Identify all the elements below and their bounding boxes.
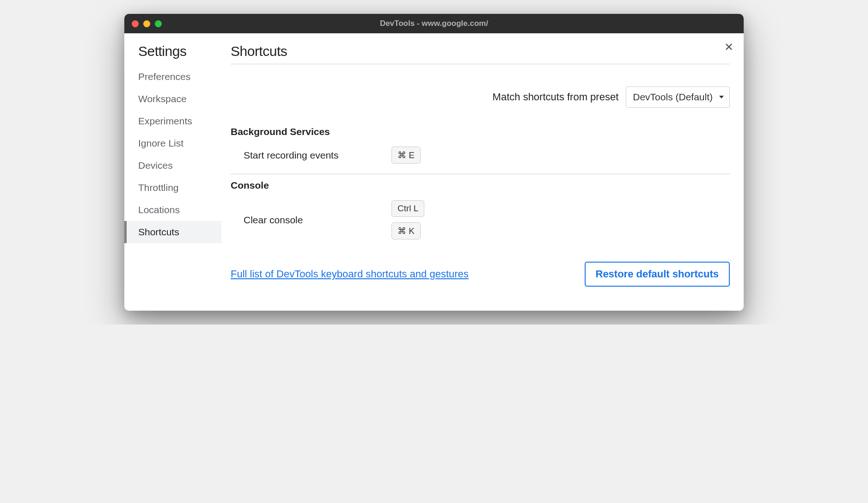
key-chip: Ctrl L: [391, 200, 424, 217]
window-title: DevTools - www.google.com/: [380, 19, 488, 28]
close-icon[interactable]: ✕: [724, 42, 734, 53]
settings-sidebar: Settings Preferences Workspace Experimen…: [124, 33, 221, 311]
shortcut-label: Clear console: [244, 215, 391, 226]
window-close-icon[interactable]: [132, 20, 139, 27]
divider: [231, 174, 730, 174]
preset-select-value: DevTools (Default): [633, 92, 713, 103]
sidebar-item-workspace[interactable]: Workspace: [124, 88, 221, 110]
preset-label: Match shortcuts from preset: [493, 91, 619, 103]
shortcut-label: Start recording events: [244, 150, 391, 161]
settings-body: ✕ Settings Preferences Workspace Experim…: [124, 33, 744, 311]
shortcut-row: Start recording events ⌘ E: [231, 145, 730, 174]
chevron-down-icon: [719, 96, 724, 98]
shortcut-row: Clear console Ctrl L ⌘ K: [231, 198, 730, 250]
shortcut-keys: ⌘ E: [391, 147, 421, 164]
sidebar-item-ignore-list[interactable]: Ignore List: [124, 132, 221, 154]
sidebar-item-locations[interactable]: Locations: [124, 199, 221, 221]
section-header: Console: [231, 180, 730, 191]
sidebar-item-experiments[interactable]: Experiments: [124, 110, 221, 132]
section-console: Console Clear console Ctrl L ⌘ K: [231, 180, 730, 250]
preset-row: Match shortcuts from preset DevTools (De…: [231, 86, 730, 108]
window-zoom-icon[interactable]: [155, 20, 162, 27]
key-chip: ⌘ E: [391, 147, 421, 164]
window-minimize-icon[interactable]: [143, 20, 150, 27]
shortcut-keys: Ctrl L ⌘ K: [391, 200, 424, 239]
devtools-settings-window: DevTools - www.google.com/ ✕ Settings Pr…: [124, 14, 744, 311]
sidebar-item-shortcuts[interactable]: Shortcuts: [124, 221, 221, 243]
full-shortcuts-link[interactable]: Full list of DevTools keyboard shortcuts…: [231, 268, 469, 280]
settings-content: Shortcuts Match shortcuts from preset De…: [221, 33, 744, 311]
section-background-services: Background Services Start recording even…: [231, 126, 730, 174]
titlebar: DevTools - www.google.com/: [124, 14, 744, 33]
sidebar-item-preferences[interactable]: Preferences: [124, 66, 221, 88]
sidebar-item-devices[interactable]: Devices: [124, 154, 221, 177]
sidebar-item-throttling[interactable]: Throttling: [124, 177, 221, 199]
preset-select[interactable]: DevTools (Default): [626, 86, 730, 108]
footer: Full list of DevTools keyboard shortcuts…: [231, 262, 730, 287]
key-chip: ⌘ K: [391, 222, 421, 239]
page-title: Shortcuts: [231, 43, 730, 64]
traffic-lights: [132, 20, 162, 27]
sidebar-title: Settings: [124, 43, 221, 66]
section-header: Background Services: [231, 126, 730, 137]
divider: [231, 64, 730, 64]
restore-defaults-button[interactable]: Restore default shortcuts: [585, 262, 730, 287]
